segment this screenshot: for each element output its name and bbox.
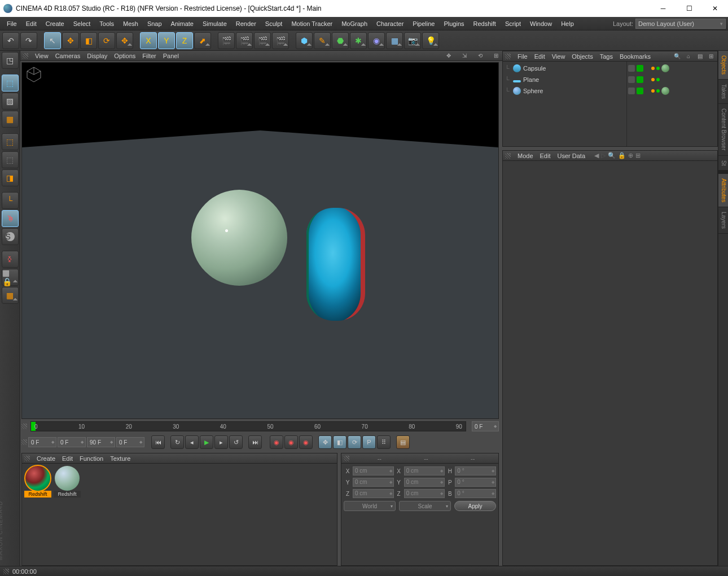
- menu-redshift[interactable]: Redshift: [469, 17, 501, 30]
- menu-render[interactable]: Render: [231, 17, 261, 30]
- key-pla-button[interactable]: ⠿: [377, 435, 391, 449]
- vp-menu-filter[interactable]: Filter: [142, 53, 156, 59]
- edges-mode[interactable]: ⬚: [2, 151, 19, 168]
- vp-menu-display[interactable]: Display: [87, 53, 107, 59]
- primitive-menu[interactable]: ⬢: [296, 32, 313, 49]
- environment-menu[interactable]: ◉: [368, 32, 385, 49]
- menu-select[interactable]: Select: [69, 17, 95, 30]
- menu-script[interactable]: Script: [501, 17, 525, 30]
- coord-space-dropdown[interactable]: World: [344, 501, 396, 511]
- object-row-sphere[interactable]: └ Sphere: [504, 85, 625, 97]
- vp-menu-panel[interactable]: Panel: [163, 53, 179, 59]
- workplane-opts[interactable]: ▦: [2, 287, 19, 304]
- axis-z[interactable]: Z: [176, 32, 193, 49]
- scale-tool[interactable]: ◧: [80, 32, 97, 49]
- points-mode[interactable]: ⬚: [2, 133, 19, 150]
- material-tag-icon[interactable]: [661, 64, 669, 72]
- rotate-tool[interactable]: ⟳: [98, 32, 115, 49]
- undo-button[interactable]: ↶: [2, 32, 19, 49]
- timeline-end-field[interactable]: 0 F: [472, 421, 499, 431]
- attr-menu-edit[interactable]: Edit: [540, 152, 551, 159]
- vis-editor-toggle[interactable]: [628, 65, 635, 72]
- snap-toggle[interactable]: ⧲: [2, 251, 19, 268]
- menu-file[interactable]: File: [2, 17, 21, 30]
- menu-mograph[interactable]: MoGraph: [337, 17, 372, 30]
- timeline-grip-icon[interactable]: [21, 424, 27, 429]
- make-editable[interactable]: ◳: [2, 52, 19, 69]
- object-row-plane[interactable]: └ Plane: [504, 74, 625, 85]
- pos-y-field[interactable]: 0 cm: [353, 478, 394, 487]
- status-grip-icon[interactable]: [3, 569, 9, 574]
- obj-menu-objects[interactable]: Objects: [572, 53, 593, 60]
- record-button[interactable]: ◉: [270, 435, 283, 449]
- search-icon[interactable]: 🔍: [673, 53, 681, 60]
- key-param-button[interactable]: P: [362, 435, 376, 449]
- nav-up-icon[interactable]: 🔍: [608, 152, 616, 159]
- prev-frame-button[interactable]: ◂: [185, 435, 199, 449]
- vis-render-toggle[interactable]: [637, 76, 643, 83]
- menu-simulate[interactable]: Simulate: [198, 17, 231, 30]
- expand-icon[interactable]: ⊞: [707, 53, 715, 60]
- next-frame-button[interactable]: ▸: [214, 435, 228, 449]
- render-view[interactable]: 🎬: [218, 32, 235, 49]
- vp-menu-options[interactable]: Options: [114, 53, 135, 59]
- menu-plugins[interactable]: Plugins: [439, 17, 468, 30]
- vis-editor-toggle[interactable]: [628, 88, 635, 94]
- rot-b-field[interactable]: 0 °: [455, 489, 496, 498]
- vp-menu-view[interactable]: View: [35, 53, 49, 59]
- lock-icon[interactable]: 🔒: [618, 152, 626, 159]
- camera-menu[interactable]: ▦: [386, 32, 403, 49]
- panel-grip-icon[interactable]: [23, 53, 28, 59]
- menu-pipeline[interactable]: Pipeline: [408, 17, 439, 30]
- vp-layout-icon[interactable]: ⊞: [492, 52, 500, 60]
- window-close[interactable]: ✕: [702, 0, 728, 17]
- menu-motiontracker[interactable]: Motion Tracker: [287, 17, 337, 30]
- material-item[interactable]: Redshift: [54, 466, 81, 498]
- axis-y[interactable]: Y: [158, 32, 175, 49]
- key-rot-button[interactable]: ⟳: [348, 435, 361, 449]
- move-tool[interactable]: ✥: [62, 32, 79, 49]
- frame-start-field[interactable]: 0 F: [28, 437, 56, 447]
- menu-mesh[interactable]: Mesh: [119, 17, 143, 30]
- size-y-field[interactable]: 0 cm: [404, 478, 445, 487]
- size-z-field[interactable]: 0 cm: [404, 489, 445, 498]
- menu-create[interactable]: Create: [41, 17, 69, 30]
- obj-menu-bookmarks[interactable]: Bookmarks: [620, 53, 651, 60]
- attr-menu-mode[interactable]: Mode: [518, 152, 533, 159]
- vp-orbit-icon[interactable]: ⟲: [476, 52, 484, 60]
- new-icon[interactable]: ⊕: [628, 152, 633, 159]
- rot-h-field[interactable]: 0 °: [455, 466, 496, 475]
- home-icon[interactable]: ⌂: [685, 53, 692, 60]
- menu-tools[interactable]: Tools: [95, 17, 119, 30]
- nav-fwd-icon[interactable]: ▷: [601, 152, 606, 159]
- sidetab-layers[interactable]: Layers: [718, 207, 728, 234]
- vp-zoom-icon[interactable]: ⇲: [461, 52, 468, 60]
- deformer-menu[interactable]: ✱: [350, 32, 367, 49]
- workplane-lock[interactable]: ▦🔒: [2, 269, 19, 286]
- texture-mode[interactable]: ▨: [2, 93, 19, 110]
- window-maximize[interactable]: ☐: [676, 0, 702, 17]
- obj-menu-view[interactable]: View: [552, 53, 565, 60]
- obj-menu-tags[interactable]: Tags: [600, 53, 613, 60]
- menu-character[interactable]: Character: [372, 17, 408, 30]
- menu-help[interactable]: Help: [556, 17, 578, 30]
- mat-grip-icon[interactable]: [24, 456, 30, 461]
- menu-window[interactable]: Window: [525, 17, 556, 30]
- rot-p-field[interactable]: 0 °: [455, 478, 496, 487]
- mat-menu-texture[interactable]: Texture: [110, 455, 130, 462]
- range-start-field[interactable]: 0 F: [58, 437, 86, 447]
- menu-snap[interactable]: Snap: [143, 17, 166, 30]
- vp-move-icon[interactable]: ✥: [445, 52, 453, 60]
- light-menu[interactable]: 📷: [404, 32, 421, 49]
- autokey-button[interactable]: ◉: [284, 435, 298, 449]
- expand-icon[interactable]: ⊞: [635, 152, 641, 159]
- redo-button[interactable]: ↷: [20, 32, 37, 49]
- sidetab-objects[interactable]: Objects: [718, 51, 728, 80]
- filter-icon[interactable]: ▤: [696, 53, 704, 60]
- attr-menu-userdata[interactable]: User Data: [558, 152, 586, 159]
- mat-menu-create[interactable]: Create: [37, 455, 55, 462]
- timeline-window-button[interactable]: ▤: [396, 435, 410, 449]
- render-region[interactable]: 🎬: [236, 32, 253, 49]
- obj-menu-edit[interactable]: Edit: [534, 53, 545, 60]
- timeline-ruler[interactable]: 0 10 20 30 40 50 60 70 80 90: [30, 421, 466, 431]
